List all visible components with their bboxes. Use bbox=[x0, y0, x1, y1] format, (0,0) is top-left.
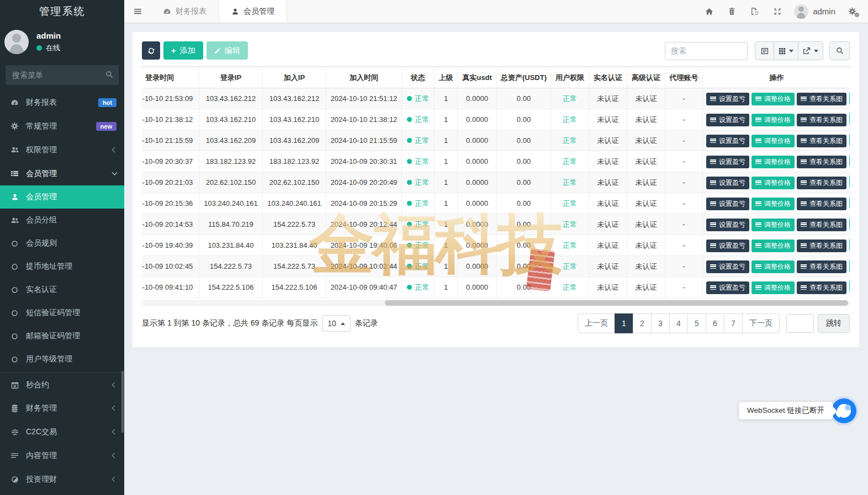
next-page-button[interactable]: 下一页 bbox=[742, 313, 780, 333]
status-cell: 正常 bbox=[402, 151, 435, 172]
page-button-3[interactable]: 3 bbox=[651, 313, 670, 333]
view-relation-button[interactable]: 查看关系图 bbox=[797, 260, 846, 273]
sidebar-item-c2c-trade[interactable]: C2C交易 bbox=[0, 420, 124, 444]
adjust-price-button[interactable]: 调整价格 bbox=[751, 281, 795, 294]
page-button-6[interactable]: 6 bbox=[706, 313, 724, 333]
sidebar-search-input[interactable] bbox=[6, 65, 119, 85]
jump-button[interactable]: 跳转 bbox=[818, 314, 850, 333]
sidebar-item-member-group[interactable]: 会员分组 bbox=[0, 209, 124, 232]
adjust-price-button[interactable]: 调整价格 bbox=[751, 114, 795, 126]
view-relation-button[interactable]: 查看关系图 bbox=[797, 239, 846, 252]
page-button-5[interactable]: 5 bbox=[687, 313, 706, 333]
set-profit-loss-button[interactable]: 设置盈亏 bbox=[706, 93, 749, 105]
set-profit-loss-button[interactable]: 设置盈亏 bbox=[706, 156, 749, 168]
total-usdt-cell: 0.00 bbox=[497, 151, 551, 172]
clear-cache-button[interactable] bbox=[721, 0, 743, 23]
horizontal-scrollbar-thumb[interactable] bbox=[385, 300, 849, 306]
adjust-price-button[interactable]: 调整价格 bbox=[751, 156, 795, 168]
sidebar-item-user-level-management[interactable]: 用户等级管理 bbox=[0, 348, 124, 371]
sidebar-toggle-button[interactable] bbox=[124, 0, 151, 23]
parent-cell: 1 bbox=[435, 172, 458, 193]
user-menu[interactable]: admin bbox=[788, 4, 841, 19]
sidebar-item-investment[interactable]: 投资理财 bbox=[0, 467, 124, 491]
page-button-4[interactable]: 4 bbox=[669, 313, 688, 333]
status-cell: 正常 bbox=[402, 214, 435, 235]
search-button[interactable] bbox=[829, 41, 850, 60]
columns-button[interactable] bbox=[774, 41, 798, 60]
page-size-select[interactable]: 10 bbox=[322, 315, 351, 332]
sidebar-item-email-code-management[interactable]: 邮箱验证码管理 bbox=[0, 324, 124, 348]
sidebar-item-general-management[interactable]: 常规管理new bbox=[0, 114, 124, 138]
sidebar-scrollbar[interactable] bbox=[121, 371, 124, 433]
refresh-page-button[interactable] bbox=[743, 0, 766, 23]
edit-row-button[interactable] bbox=[849, 196, 850, 209]
edit-row-button[interactable] bbox=[849, 92, 850, 104]
set-profit-loss-button[interactable]: 设置盈亏 bbox=[706, 281, 749, 294]
view-relation-button[interactable]: 查看关系图 bbox=[797, 135, 846, 147]
page-button-7[interactable]: 7 bbox=[724, 313, 743, 333]
edit-row-button[interactable] bbox=[849, 238, 850, 251]
edit-button[interactable]: 编辑 bbox=[207, 41, 248, 60]
fullscreen-button[interactable] bbox=[766, 0, 788, 23]
edit-row-button[interactable] bbox=[849, 217, 850, 230]
detail-view-button[interactable] bbox=[755, 41, 774, 60]
adjust-price-button[interactable]: 调整价格 bbox=[751, 177, 795, 189]
set-profit-loss-button[interactable]: 设置盈亏 bbox=[706, 135, 749, 147]
adjust-price-button[interactable]: 调整价格 bbox=[751, 93, 795, 105]
view-relation-button[interactable]: 查看关系图 bbox=[797, 198, 846, 210]
set-profit-loss-button[interactable]: 设置盈亏 bbox=[706, 239, 749, 252]
sidebar-item-label: C2C交易 bbox=[26, 427, 57, 437]
sidebar-item-member-management[interactable]: 会员管理 bbox=[0, 185, 124, 209]
page-button-1[interactable]: 1 bbox=[615, 313, 633, 333]
sidebar-item-financial-report[interactable]: 财务报表hot bbox=[0, 91, 124, 114]
pagination-pages: 上一页1234567下一页 bbox=[578, 313, 780, 333]
table-search-input[interactable] bbox=[665, 42, 748, 60]
home-button[interactable] bbox=[698, 0, 721, 23]
view-relation-button[interactable]: 查看关系图 bbox=[797, 93, 846, 105]
set-profit-loss-button[interactable]: 设置盈亏 bbox=[706, 177, 749, 189]
sidebar-item-member-rules[interactable]: 会员规则 bbox=[0, 232, 124, 255]
sidebar-item-permission-management[interactable]: 权限管理 bbox=[0, 138, 124, 162]
tab-financial-report[interactable]: 财务报表 bbox=[151, 0, 219, 23]
prev-page-button[interactable]: 上一页 bbox=[578, 313, 615, 333]
sidebar-item-label: 提币地址管理 bbox=[26, 262, 72, 272]
export-button[interactable] bbox=[798, 41, 823, 60]
add-button[interactable]: +添加 bbox=[163, 41, 203, 60]
edit-row-button[interactable] bbox=[849, 155, 850, 167]
view-relation-button[interactable]: 查看关系图 bbox=[797, 219, 846, 231]
adjust-price-button[interactable]: 调整价格 bbox=[751, 135, 795, 147]
edit-row-button[interactable] bbox=[849, 175, 850, 188]
edit-row-button[interactable] bbox=[849, 113, 850, 125]
view-relation-button[interactable]: 查看关系图 bbox=[797, 177, 846, 189]
adjust-price-button[interactable]: 调整价格 bbox=[751, 198, 795, 210]
settings-button[interactable] bbox=[841, 0, 864, 23]
sidebar-item-finance-management[interactable]: 财务管理 bbox=[0, 396, 124, 420]
refresh-button[interactable] bbox=[142, 41, 160, 60]
edit-row-button[interactable] bbox=[849, 134, 850, 146]
page-button-2[interactable]: 2 bbox=[633, 313, 652, 333]
adjust-price-button[interactable]: 调整价格 bbox=[751, 239, 795, 252]
sidebar-item-second-contract[interactable]: 秒合约 bbox=[0, 372, 124, 396]
permission-cell: 正常 bbox=[551, 256, 589, 277]
view-relation-button[interactable]: 查看关系图 bbox=[797, 114, 846, 126]
set-profit-loss-button[interactable]: 设置盈亏 bbox=[706, 260, 749, 273]
sidebar-item-withdraw-address-management[interactable]: 提币地址管理 bbox=[0, 255, 124, 278]
jump-page-input[interactable] bbox=[786, 314, 814, 333]
search-icon[interactable] bbox=[105, 71, 113, 78]
record-summary-suffix: 条记录 bbox=[355, 318, 378, 328]
sidebar-item-sms-code-management[interactable]: 短信验证码管理 bbox=[0, 301, 124, 324]
adjust-price-button[interactable]: 调整价格 bbox=[751, 260, 795, 273]
sidebar-item-content-management[interactable]: 内容管理 bbox=[0, 444, 124, 467]
view-relation-button[interactable]: 查看关系图 bbox=[797, 156, 846, 168]
adjust-price-button[interactable]: 调整价格 bbox=[751, 219, 795, 231]
view-relation-button[interactable]: 查看关系图 bbox=[797, 281, 846, 294]
set-profit-loss-button[interactable]: 设置盈亏 bbox=[706, 198, 749, 210]
edit-row-button[interactable] bbox=[849, 280, 850, 293]
edit-row-button[interactable] bbox=[849, 259, 850, 272]
set-profit-loss-button[interactable]: 设置盈亏 bbox=[706, 114, 749, 126]
set-profit-loss-button[interactable]: 设置盈亏 bbox=[706, 219, 749, 231]
sidebar-item-member-management[interactable]: 会员管理 bbox=[0, 162, 124, 185]
tab-member-management[interactable]: 会员管理 bbox=[219, 0, 287, 23]
chevron-left-icon bbox=[112, 429, 118, 435]
sidebar-item-realname-auth[interactable]: 实名认证 bbox=[0, 278, 124, 301]
